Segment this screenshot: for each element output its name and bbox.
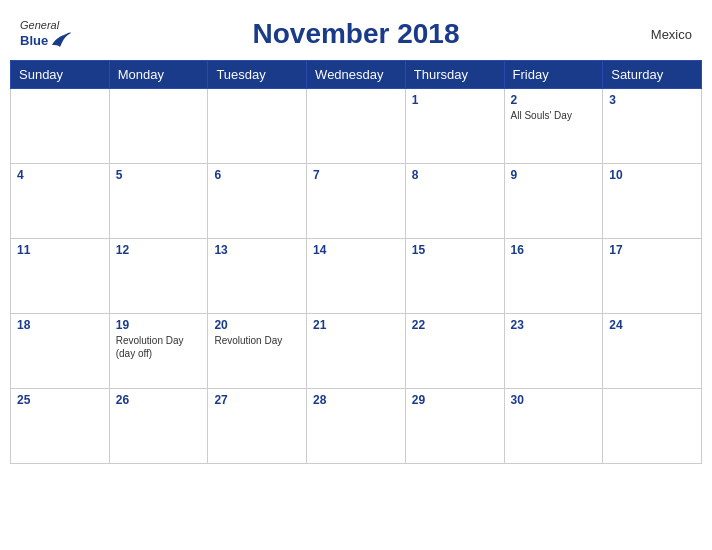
logo-general-text: General bbox=[20, 19, 72, 31]
logo: General Blue bbox=[20, 19, 72, 49]
calendar-cell bbox=[603, 389, 702, 464]
calendar-cell: 10 bbox=[603, 164, 702, 239]
day-number: 22 bbox=[412, 318, 498, 332]
calendar-cell bbox=[208, 89, 307, 164]
day-header-saturday: Saturday bbox=[603, 61, 702, 89]
day-number: 28 bbox=[313, 393, 399, 407]
calendar-cell: 20Revolution Day bbox=[208, 314, 307, 389]
calendar-cell: 8 bbox=[405, 164, 504, 239]
calendar-cell: 14 bbox=[307, 239, 406, 314]
day-number: 16 bbox=[511, 243, 597, 257]
calendar-cell: 15 bbox=[405, 239, 504, 314]
day-number: 3 bbox=[609, 93, 695, 107]
calendar-body: 12All Souls' Day345678910111213141516171… bbox=[11, 89, 702, 464]
day-number: 14 bbox=[313, 243, 399, 257]
day-number: 6 bbox=[214, 168, 300, 182]
calendar-cell: 21 bbox=[307, 314, 406, 389]
day-number: 25 bbox=[17, 393, 103, 407]
day-number: 24 bbox=[609, 318, 695, 332]
calendar-cell bbox=[109, 89, 208, 164]
day-number: 11 bbox=[17, 243, 103, 257]
calendar-cell: 13 bbox=[208, 239, 307, 314]
calendar-cell: 24 bbox=[603, 314, 702, 389]
day-number: 10 bbox=[609, 168, 695, 182]
holiday-text: All Souls' Day bbox=[511, 109, 597, 122]
day-number: 5 bbox=[116, 168, 202, 182]
day-header-wednesday: Wednesday bbox=[307, 61, 406, 89]
calendar-cell: 25 bbox=[11, 389, 110, 464]
day-number: 20 bbox=[214, 318, 300, 332]
calendar-cell: 17 bbox=[603, 239, 702, 314]
calendar-table: SundayMondayTuesdayWednesdayThursdayFrid… bbox=[10, 60, 702, 464]
calendar-cell: 7 bbox=[307, 164, 406, 239]
day-number: 27 bbox=[214, 393, 300, 407]
day-number: 30 bbox=[511, 393, 597, 407]
calendar-cell: 4 bbox=[11, 164, 110, 239]
day-number: 23 bbox=[511, 318, 597, 332]
holiday-text: Revolution Day bbox=[214, 334, 300, 347]
calendar-cell: 23 bbox=[504, 314, 603, 389]
day-number: 29 bbox=[412, 393, 498, 407]
day-number: 21 bbox=[313, 318, 399, 332]
calendar-cell: 9 bbox=[504, 164, 603, 239]
calendar-cell: 5 bbox=[109, 164, 208, 239]
day-number: 7 bbox=[313, 168, 399, 182]
day-number: 1 bbox=[412, 93, 498, 107]
day-number: 2 bbox=[511, 93, 597, 107]
calendar-cell: 27 bbox=[208, 389, 307, 464]
logo-bird-icon bbox=[50, 31, 72, 49]
calendar-cell bbox=[11, 89, 110, 164]
calendar-week-row: 252627282930 bbox=[11, 389, 702, 464]
day-header-sunday: Sunday bbox=[11, 61, 110, 89]
day-number: 12 bbox=[116, 243, 202, 257]
day-number: 9 bbox=[511, 168, 597, 182]
holiday-text: Revolution Day (day off) bbox=[116, 334, 202, 360]
page-header: General Blue November 2018 Mexico bbox=[10, 10, 702, 56]
calendar-week-row: 11121314151617 bbox=[11, 239, 702, 314]
calendar-header: SundayMondayTuesdayWednesdayThursdayFrid… bbox=[11, 61, 702, 89]
calendar-cell: 28 bbox=[307, 389, 406, 464]
country-label: Mexico bbox=[651, 27, 692, 42]
calendar-week-row: 45678910 bbox=[11, 164, 702, 239]
calendar-cell: 2All Souls' Day bbox=[504, 89, 603, 164]
day-number: 15 bbox=[412, 243, 498, 257]
calendar-cell: 22 bbox=[405, 314, 504, 389]
day-number: 4 bbox=[17, 168, 103, 182]
calendar-cell: 12 bbox=[109, 239, 208, 314]
logo-blue-text: Blue bbox=[20, 33, 48, 48]
calendar-cell: 18 bbox=[11, 314, 110, 389]
day-number: 18 bbox=[17, 318, 103, 332]
calendar-week-row: 1819Revolution Day (day off)20Revolution… bbox=[11, 314, 702, 389]
day-header-thursday: Thursday bbox=[405, 61, 504, 89]
calendar-cell: 3 bbox=[603, 89, 702, 164]
day-number: 8 bbox=[412, 168, 498, 182]
calendar-cell: 16 bbox=[504, 239, 603, 314]
day-number: 26 bbox=[116, 393, 202, 407]
day-number: 13 bbox=[214, 243, 300, 257]
calendar-cell: 26 bbox=[109, 389, 208, 464]
day-header-tuesday: Tuesday bbox=[208, 61, 307, 89]
page-title: November 2018 bbox=[252, 18, 459, 50]
calendar-cell: 30 bbox=[504, 389, 603, 464]
day-header-friday: Friday bbox=[504, 61, 603, 89]
calendar-cell: 29 bbox=[405, 389, 504, 464]
day-number: 19 bbox=[116, 318, 202, 332]
day-header-monday: Monday bbox=[109, 61, 208, 89]
calendar-week-row: 12All Souls' Day3 bbox=[11, 89, 702, 164]
calendar-cell: 19Revolution Day (day off) bbox=[109, 314, 208, 389]
day-number: 17 bbox=[609, 243, 695, 257]
calendar-cell: 6 bbox=[208, 164, 307, 239]
calendar-cell: 11 bbox=[11, 239, 110, 314]
calendar-cell bbox=[307, 89, 406, 164]
calendar-cell: 1 bbox=[405, 89, 504, 164]
